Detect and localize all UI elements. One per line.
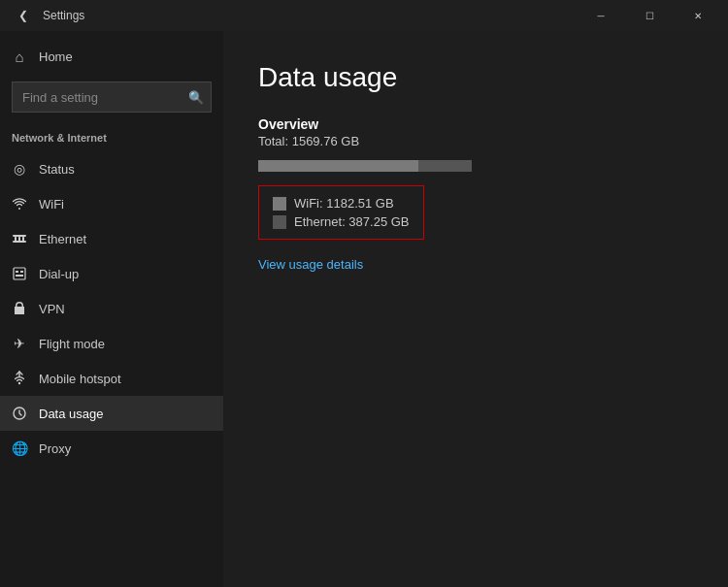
sidebar-item-proxy[interactable]: 🌐 Proxy (0, 431, 223, 466)
page-title: Data usage (258, 62, 693, 93)
sidebar-item-vpn-label: VPN (39, 302, 65, 316)
svg-rect-6 (16, 271, 18, 273)
wifi-legend-label: WiFi: 1182.51 GB (294, 196, 394, 211)
titlebar: ❮ Settings ─ ☐ ✕ (0, 0, 728, 31)
back-icon: ❮ (18, 9, 28, 22)
sidebar-item-mobilehotspot-label: Mobile hotspot (39, 372, 121, 386)
titlebar-controls: ─ ☐ ✕ (579, 0, 720, 31)
overview-title: Overview (258, 116, 693, 132)
sidebar-section-label: Network & Internet (0, 128, 223, 151)
sidebar-item-datausage[interactable]: Data usage (0, 396, 223, 431)
svg-rect-2 (18, 237, 20, 241)
sidebar-item-flightmode-label: Flight mode (39, 337, 105, 351)
dialup-icon (12, 266, 27, 281)
sidebar-item-home[interactable]: ⌂ Home (0, 39, 223, 74)
svg-rect-7 (20, 271, 23, 273)
overview-section: Overview Total: 1569.76 GB WiFi: 1182.51… (258, 116, 693, 273)
sidebar-item-mobilehotspot[interactable]: Mobile hotspot (0, 361, 223, 396)
titlebar-left: ❮ Settings (12, 4, 84, 27)
maximize-button[interactable]: ☐ (627, 0, 672, 31)
svg-rect-5 (14, 268, 25, 279)
sidebar-item-home-label: Home (39, 49, 73, 64)
wifi-color-swatch (273, 197, 286, 211)
sidebar-item-dialup[interactable]: Dial-up (0, 256, 223, 291)
main-layout: ⌂ Home 🔍 Network & Internet ◎ Status (0, 31, 728, 587)
content-area: Data usage Overview Total: 1569.76 GB Wi… (223, 31, 728, 587)
sidebar-item-ethernet-label: Ethernet (39, 232, 86, 246)
sidebar-item-wifi-label: WiFi (39, 197, 64, 212)
home-icon: ⌂ (12, 49, 27, 64)
sidebar-item-flightmode[interactable]: ✈ Flight mode (0, 326, 223, 361)
search-container: 🔍 (12, 82, 212, 113)
minimize-button[interactable]: ─ (579, 0, 623, 31)
sidebar-item-status[interactable]: ◎ Status (0, 151, 223, 186)
svg-rect-8 (16, 275, 23, 277)
usage-progress-bar (258, 160, 472, 172)
svg-point-9 (18, 382, 20, 384)
sidebar-item-proxy-label: Proxy (39, 441, 71, 456)
ethernet-legend-item: Ethernet: 387.25 GB (273, 214, 410, 229)
overview-total: Total: 1569.76 GB (258, 134, 693, 148)
svg-rect-4 (13, 241, 26, 243)
ethernet-progress (418, 160, 472, 172)
ethernet-icon (12, 231, 27, 246)
status-icon: ◎ (12, 161, 27, 177)
search-input[interactable] (12, 82, 212, 113)
sidebar-item-ethernet[interactable]: Ethernet (0, 221, 223, 256)
vpn-icon (12, 301, 27, 316)
sidebar-item-datausage-label: Data usage (39, 407, 104, 421)
maximize-icon: ☐ (645, 11, 654, 21)
svg-rect-0 (13, 235, 26, 237)
svg-rect-1 (15, 237, 17, 241)
wifi-legend-item: WiFi: 1182.51 GB (273, 196, 410, 211)
view-usage-details-link[interactable]: View usage details (258, 257, 363, 272)
back-button[interactable]: ❮ (12, 4, 35, 27)
datausage-icon (12, 406, 27, 421)
close-button[interactable]: ✕ (676, 0, 720, 31)
titlebar-title: Settings (43, 9, 84, 22)
svg-rect-3 (22, 237, 24, 241)
sidebar-item-dialup-label: Dial-up (39, 267, 79, 281)
flightmode-icon: ✈ (12, 336, 27, 351)
mobilehotspot-icon (12, 371, 27, 386)
wifi-icon (12, 196, 27, 212)
wifi-progress (258, 160, 418, 172)
ethernet-legend-label: Ethernet: 387.25 GB (294, 214, 410, 229)
usage-legend-box: WiFi: 1182.51 GB Ethernet: 387.25 GB (258, 185, 424, 240)
sidebar: ⌂ Home 🔍 Network & Internet ◎ Status (0, 31, 223, 587)
sidebar-item-wifi[interactable]: WiFi (0, 186, 223, 221)
proxy-icon: 🌐 (12, 440, 27, 456)
sidebar-item-vpn[interactable]: VPN (0, 291, 223, 326)
close-icon: ✕ (694, 11, 702, 21)
ethernet-color-swatch (273, 215, 286, 229)
minimize-icon: ─ (597, 11, 604, 21)
sidebar-item-status-label: Status (39, 162, 75, 177)
